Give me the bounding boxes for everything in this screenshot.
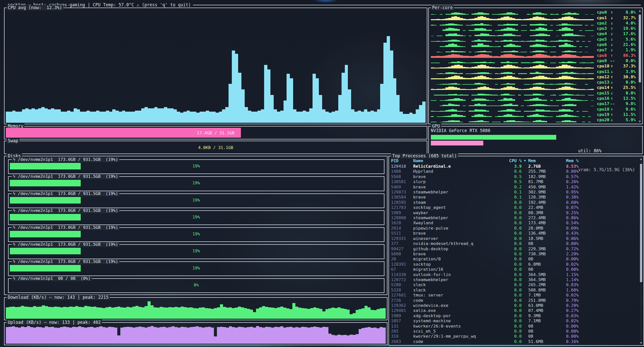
spark-bar xyxy=(559,45,562,47)
spark-bar xyxy=(541,88,544,90)
process-dot xyxy=(522,226,528,231)
chart-bar xyxy=(128,112,132,123)
spark-bar xyxy=(556,89,559,90)
spark-bar xyxy=(460,13,463,15)
spark-bar xyxy=(524,73,527,74)
process-mem: 0B xyxy=(528,241,566,246)
chart-bar xyxy=(35,109,38,123)
process-cpu: 0.0 xyxy=(504,272,522,277)
process-mem: 2.7GB xyxy=(528,164,566,169)
spark-bar xyxy=(585,100,588,101)
core-usage: 4.0% xyxy=(614,20,637,26)
spark-bar xyxy=(434,63,437,63)
core-usage: 19.6% xyxy=(614,26,637,31)
spark-bar xyxy=(483,84,486,85)
spark-bar xyxy=(591,25,594,26)
spark-bar xyxy=(454,40,457,42)
process-row: 5511brave0.0136.4MB0.43% xyxy=(389,231,643,236)
chart-bar xyxy=(84,306,87,319)
spark-bar xyxy=(440,52,443,53)
spark-bar xyxy=(448,34,451,36)
chart-bar xyxy=(223,307,226,319)
spark-bar xyxy=(480,40,483,42)
core-label: cpu2↓4.0% xyxy=(597,20,637,26)
process-mem: 730.3MB xyxy=(528,252,566,257)
spark-bar xyxy=(573,18,576,20)
chart-bar xyxy=(301,327,304,344)
spark-bar xyxy=(512,13,515,15)
header-mem[interactable]: Mem xyxy=(528,158,566,164)
chart-bar xyxy=(160,327,163,344)
spark-bar xyxy=(536,114,539,117)
chart-bar xyxy=(296,112,300,123)
spark-bar xyxy=(492,56,495,58)
chart-bar xyxy=(409,113,413,123)
spark-bar xyxy=(460,94,463,95)
scrollbar-thumb[interactable] xyxy=(640,164,642,282)
scrollbar-thumb[interactable] xyxy=(639,15,641,82)
spark-bar xyxy=(573,84,576,85)
chart-bar xyxy=(292,328,295,344)
spark-bar xyxy=(518,41,521,42)
spark-bar xyxy=(518,67,521,68)
core-name: cpu15 xyxy=(597,90,610,96)
scroll-up-icon[interactable]: ▲ xyxy=(639,157,643,161)
spark-bar xyxy=(568,72,571,74)
spark-bar xyxy=(457,84,460,85)
spark-bar xyxy=(536,12,539,15)
spark-bar xyxy=(544,121,547,122)
spark-bar xyxy=(553,63,556,63)
spark-bar xyxy=(536,98,539,101)
header-pid[interactable]: PID xyxy=(391,158,413,164)
spark-bar xyxy=(460,115,463,117)
spark-bar xyxy=(536,76,539,79)
chart-bar xyxy=(353,313,356,319)
core-row: cpu4↓17.6% xyxy=(430,31,637,36)
chart-bar xyxy=(178,307,181,319)
spark-bar xyxy=(527,111,530,112)
process-nm: slack xyxy=(413,288,504,293)
spark-bar xyxy=(460,111,463,112)
chart-bar xyxy=(271,328,274,344)
spark-bar xyxy=(571,104,574,106)
spark-bar xyxy=(521,41,524,41)
spark-bar xyxy=(454,29,457,31)
header-cpu[interactable]: CPU % xyxy=(504,158,522,164)
upload-panel-title: Upload (KB/s) — now: 133 | peak: 402 xyxy=(7,320,102,325)
process-row: 1909xdg-desktop-por0.09.3MB0.03% xyxy=(389,313,643,318)
spark-bar xyxy=(562,76,565,79)
disk-item: ϟ /dev/nvme2n1p1 173.0GB / 931.5GB (19%)… xyxy=(8,176,384,191)
spark-bar xyxy=(471,56,474,58)
chart-bar xyxy=(163,327,166,344)
scroll-down-icon[interactable]: ▼ xyxy=(639,341,643,345)
scroll-down-icon[interactable]: ▼ xyxy=(638,119,642,123)
spark-bar xyxy=(582,41,585,42)
spark-bar xyxy=(559,115,562,117)
spark-bar xyxy=(556,41,559,42)
scroll-up-icon[interactable]: ▲ xyxy=(638,9,642,12)
chart-bar xyxy=(377,309,380,319)
chart-bar xyxy=(341,335,344,344)
chart-bar xyxy=(280,111,284,123)
chart-bar xyxy=(24,327,27,344)
spark-bar xyxy=(579,100,582,101)
spark-bar xyxy=(492,106,495,106)
spark-bar xyxy=(530,115,533,117)
chart-bar xyxy=(274,327,277,344)
process-mp: 0.25% xyxy=(566,210,636,215)
header-name[interactable]: Name xyxy=(413,158,504,164)
spark-bar xyxy=(533,114,536,117)
process-scrollbar[interactable]: ▲ ▼ xyxy=(639,157,643,345)
spark-bar xyxy=(478,114,481,117)
spark-bar xyxy=(544,116,547,117)
spark-bar xyxy=(536,16,539,20)
core-sparkline xyxy=(431,37,594,42)
disk-usage-percent: 19% xyxy=(9,265,384,271)
per-core-scrollbar[interactable]: ▲ ▼ xyxy=(638,9,642,123)
spark-bar xyxy=(457,105,460,106)
core-usage: 5.6% xyxy=(614,37,637,42)
spark-bar xyxy=(454,65,457,68)
header-mempct[interactable]: Mem % xyxy=(566,158,636,164)
spark-bar xyxy=(539,34,542,36)
spark-bar xyxy=(478,17,481,20)
